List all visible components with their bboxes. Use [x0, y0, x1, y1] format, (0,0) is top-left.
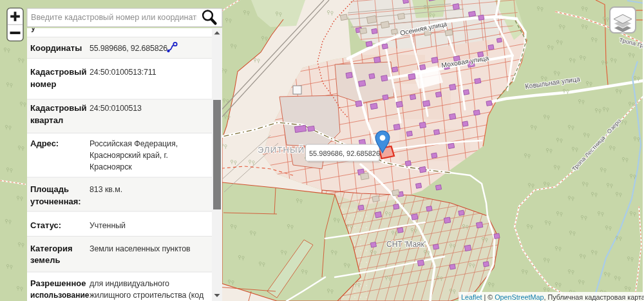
- svg-text:Введите кадастровый номер или: Введите кадастровый номер или координаты: [31, 13, 202, 22]
- svg-text:24:50:0100513:711: 24:50:0100513:711: [90, 68, 156, 77]
- svg-text:использование: использование: [30, 291, 90, 300]
- svg-text:Российская Федерация,: Российская Федерация,: [90, 139, 178, 148]
- svg-text:ЭЛИТНЫЙ: ЭЛИТНЫЙ: [258, 145, 305, 155]
- svg-text:Категория: Категория: [30, 244, 73, 253]
- svg-text:Адрес:: Адрес:: [30, 139, 59, 148]
- svg-text:Учтенный: Учтенный: [90, 221, 126, 230]
- svg-text:Статус:: Статус:: [30, 220, 61, 230]
- svg-text:Красноярск: Красноярск: [90, 162, 132, 171]
- svg-text:Площадь: Площадь: [30, 184, 69, 194]
- svg-text:813 кв.м.: 813 кв.м.: [90, 185, 122, 194]
- svg-text:номер: номер: [30, 79, 56, 89]
- svg-text:Разрешенное: Разрешенное: [30, 278, 86, 288]
- svg-text:СНТ 'Маяк': СНТ 'Маяк': [386, 240, 426, 249]
- svg-text:квартал: квартал: [30, 115, 63, 125]
- svg-text:Красноярский край, г.: Красноярский край, г.: [90, 151, 168, 160]
- svg-text:55.989686, 92.685826: 55.989686, 92.685826: [309, 150, 380, 157]
- svg-text:Кадастровый: Кадастровый: [30, 103, 86, 113]
- svg-text:Земли населенных пунктов: Земли населенных пунктов: [90, 244, 191, 253]
- svg-text:уточненная:: уточненная:: [30, 197, 81, 206]
- svg-text:Координаты: Координаты: [30, 43, 82, 53]
- svg-text:жилищного строительства (код: жилищного строительства (код: [90, 291, 204, 300]
- svg-text:Кадастровый: Кадастровый: [30, 67, 86, 77]
- svg-text:Leaflet | © OpenStreetMap, Пуб: Leaflet | © OpenStreetMap, Публичная кад…: [461, 293, 644, 301]
- svg-text:для индивидуального: для индивидуального: [90, 279, 169, 288]
- svg-text:земель: земель: [30, 255, 60, 265]
- svg-text:24:50:0100513: 24:50:0100513: [90, 104, 142, 113]
- svg-text:55.989686, 92.685826: 55.989686, 92.685826: [90, 44, 167, 53]
